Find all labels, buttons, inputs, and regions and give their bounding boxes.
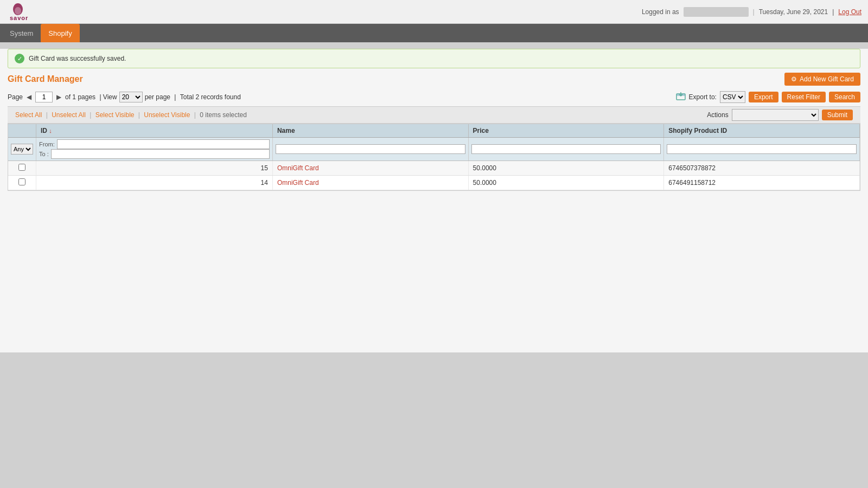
logo-area: savor	[7, 2, 29, 22]
svg-text:savor: savor	[10, 15, 28, 21]
id-from-input[interactable]	[57, 139, 270, 149]
export-to-select[interactable]: CSV	[720, 91, 745, 103]
success-banner: ✓ Gift Card was successfully saved.	[8, 49, 860, 68]
title-row: Gift Card Manager ⚙ Add New Gift Card	[8, 73, 860, 86]
row-checkbox-15[interactable]	[18, 164, 25, 171]
view-label: | View	[98, 93, 117, 101]
per-page-select[interactable]: 20 50 100	[119, 92, 143, 102]
navbar: System Shopify	[0, 24, 868, 42]
nav-item-shopify[interactable]: Shopify	[41, 24, 79, 42]
from-label: From:	[39, 141, 55, 147]
filter-price-cell	[468, 138, 664, 161]
export-label: Export to:	[689, 93, 717, 101]
row-shopify-id-14: 6746491158712	[664, 176, 860, 190]
success-icon: ✓	[15, 54, 24, 63]
separator: |	[173, 93, 178, 101]
row-checkbox-cell	[8, 161, 36, 176]
row-id-15: 15	[36, 161, 273, 176]
savor-logo: savor	[7, 2, 29, 22]
submit-button[interactable]: Submit	[822, 110, 853, 120]
row-name-15[interactable]: OmniGift Card	[272, 161, 468, 176]
add-new-gift-card-button[interactable]: ⚙ Add New Gift Card	[784, 73, 860, 86]
logout-link[interactable]: Log Out	[838, 8, 861, 16]
add-new-label: Add New Gift Card	[800, 75, 854, 83]
sort-arrow-icon: ↓	[49, 127, 52, 134]
search-button[interactable]: Search	[829, 92, 860, 102]
main-content: ✓ Gift Card was successfully saved. Gift…	[0, 49, 868, 352]
table-row: 14 OmniGift Card 50.0000 6746491158712	[8, 176, 860, 190]
page-label: Page	[8, 93, 23, 101]
table-container: ID ↓ Name Price Shopify Product ID Any	[8, 124, 860, 191]
filter-any-cell: Any	[8, 138, 36, 161]
username-box	[684, 7, 749, 17]
footer-area	[0, 352, 868, 380]
row-shopify-id-15: 6746507378872	[664, 161, 860, 176]
any-select[interactable]: Any	[11, 144, 33, 155]
header: savor Logged in as | Tuesday, June 29, 2…	[0, 0, 868, 24]
row-price-15: 50.0000	[468, 161, 664, 176]
shopify-id-filter-input[interactable]	[667, 144, 857, 154]
pagination-left: Page ◀ ▶ of 1 pages | View 20 50 100 per…	[8, 92, 241, 102]
pagination-row: Page ◀ ▶ of 1 pages | View 20 50 100 per…	[8, 91, 860, 103]
page-title: Gift Card Manager	[8, 74, 83, 84]
selection-left: Select All | Unselect All | Select Visib…	[15, 111, 247, 119]
total-records-label: Total 2 records found	[180, 93, 241, 101]
date-label: Tuesday, June 29, 2021	[759, 8, 828, 16]
export-icon	[676, 92, 686, 102]
table-row: 15 OmniGift Card 50.0000 6746507378872	[8, 161, 860, 176]
price-filter-input[interactable]	[471, 144, 661, 154]
row-name-14[interactable]: OmniGift Card	[272, 176, 468, 190]
selection-right: Actions Submit	[707, 109, 853, 121]
col-id[interactable]: ID ↓	[36, 124, 273, 138]
logged-in-label: Logged in as	[642, 8, 679, 16]
col-price: Price	[468, 124, 664, 138]
header-right: Logged in as | Tuesday, June 29, 2021 | …	[642, 7, 861, 17]
reset-filter-button[interactable]: Reset Filter	[782, 92, 826, 102]
success-text: Gift Card was successfully saved.	[29, 55, 126, 62]
select-visible-link[interactable]: Select Visible	[95, 111, 135, 119]
select-all-link[interactable]: Select All	[15, 111, 42, 119]
of-pages-label: of 1 pages	[65, 93, 95, 101]
prev-page-button[interactable]: ◀	[25, 93, 33, 101]
actions-label: Actions	[707, 111, 728, 119]
id-to-input[interactable]	[51, 149, 270, 159]
row-checkbox-14[interactable]	[18, 178, 25, 185]
col-shopify-product-id: Shopify Product ID	[664, 124, 860, 138]
name-filter-input[interactable]	[276, 144, 465, 154]
col-id-label: ID	[41, 127, 47, 134]
filter-name-cell	[272, 138, 468, 161]
selection-toolbar: Select All | Unselect All | Select Visib…	[8, 106, 860, 124]
table-header-row: ID ↓ Name Price Shopify Product ID	[8, 124, 860, 138]
header-divider: |	[753, 8, 755, 16]
to-label: To :	[39, 151, 49, 157]
filter-row-main: Any From: To :	[8, 138, 860, 161]
filter-id-cell: From: To :	[36, 138, 273, 161]
pagination-right: Export to: CSV Export Reset Filter Searc…	[676, 91, 860, 103]
row-id-14: 14	[36, 176, 273, 190]
row-price-14: 50.0000	[468, 176, 664, 190]
svg-point-1	[15, 7, 21, 15]
export-button[interactable]: Export	[749, 92, 778, 102]
unselect-all-link[interactable]: Unselect All	[52, 111, 86, 119]
col-checkbox	[8, 124, 36, 138]
row-checkbox-cell	[8, 176, 36, 190]
actions-select[interactable]	[732, 109, 819, 121]
unselect-visible-link[interactable]: Unselect Visible	[144, 111, 190, 119]
page-input[interactable]	[35, 92, 53, 102]
nav-item-system[interactable]: System	[2, 24, 41, 42]
gift-card-table: ID ↓ Name Price Shopify Product ID Any	[8, 124, 860, 190]
header-divider2: |	[832, 8, 834, 16]
per-page-label: per page	[145, 93, 170, 101]
gear-icon: ⚙	[791, 75, 797, 83]
filter-shopify-id-cell	[664, 138, 860, 161]
items-selected-label: 0 items selected	[200, 111, 247, 119]
col-name: Name	[272, 124, 468, 138]
next-page-button[interactable]: ▶	[55, 93, 63, 101]
